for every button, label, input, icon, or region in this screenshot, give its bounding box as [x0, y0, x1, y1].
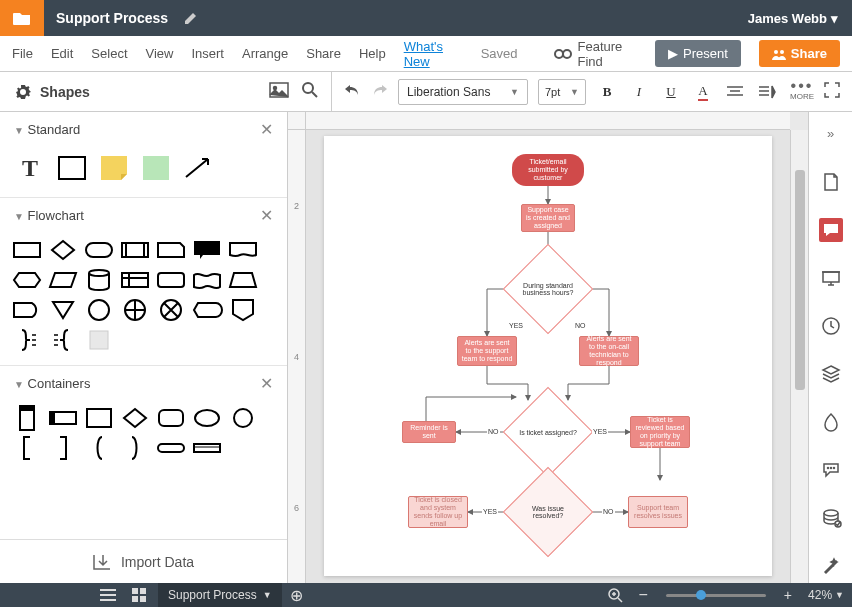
ct-paren-l[interactable] — [84, 437, 114, 459]
font-size-select[interactable]: 7pt ▼ — [538, 79, 586, 105]
fc-hex[interactable] — [12, 269, 42, 291]
ct-bracket-l[interactable] — [12, 437, 42, 459]
zoom-in-icon[interactable]: + — [776, 583, 800, 607]
menu-file[interactable]: File — [12, 46, 33, 61]
indent-button[interactable] — [756, 81, 778, 103]
fc-sumjunc[interactable] — [120, 299, 150, 321]
underline-button[interactable]: U — [660, 81, 682, 103]
italic-button[interactable]: I — [628, 81, 650, 103]
fc-rect[interactable] — [12, 239, 42, 261]
fc-or[interactable] — [156, 299, 186, 321]
menu-whats-new[interactable]: What's New — [404, 39, 463, 69]
page[interactable]: Ticket/email submitted by customer Suppo… — [324, 136, 772, 576]
search-icon[interactable] — [301, 81, 319, 102]
arrow-shape[interactable] — [180, 153, 216, 183]
note-yellow-shape[interactable] — [96, 153, 132, 183]
flow-terminator-start[interactable]: Ticket/email submitted by customer — [512, 154, 584, 186]
data-icon[interactable] — [819, 506, 843, 530]
share-button[interactable]: Share — [759, 40, 840, 67]
redo-button[interactable] — [370, 83, 388, 100]
fullscreen-icon[interactable] — [824, 82, 852, 101]
undo-button[interactable] — [344, 83, 362, 100]
ct-round[interactable] — [156, 407, 186, 429]
canvas[interactable]: 2 4 6 — [288, 112, 808, 583]
menu-view[interactable]: View — [146, 46, 174, 61]
ct-rect[interactable] — [84, 407, 114, 429]
ct-pill-thin[interactable] — [156, 437, 186, 459]
note-green-shape[interactable] — [138, 153, 174, 183]
fc-internal[interactable] — [120, 269, 150, 291]
ct-horz[interactable] — [48, 407, 78, 429]
flow-process-reminder[interactable]: Reminder is sent — [402, 421, 456, 443]
magic-icon[interactable] — [819, 554, 843, 578]
rect-shape[interactable] — [54, 153, 90, 183]
zoom-out-icon[interactable]: − — [631, 583, 656, 607]
align-button[interactable] — [724, 81, 746, 103]
flow-process-alerts-team[interactable]: Alerts are sent to the support team to r… — [457, 336, 517, 366]
fc-square[interactable] — [84, 329, 114, 351]
document-title[interactable]: Support Process — [44, 10, 180, 26]
ct-bracket-r[interactable] — [48, 437, 78, 459]
layers-icon[interactable] — [819, 362, 843, 386]
more-button[interactable]: ••• MORE — [790, 82, 824, 101]
ct-diamond[interactable] — [120, 407, 150, 429]
shapes-panel-toggle[interactable]: Shapes — [0, 83, 269, 101]
menu-select[interactable]: Select — [91, 46, 127, 61]
fc-diamond[interactable] — [48, 239, 78, 261]
fc-terminator[interactable] — [84, 239, 114, 261]
menu-edit[interactable]: Edit — [51, 46, 73, 61]
flow-decision-assigned[interactable]: Is ticket assigned? — [516, 400, 580, 464]
present-button[interactable]: ▶ Present — [655, 40, 741, 67]
ct-circle[interactable] — [228, 407, 258, 429]
close-icon[interactable]: ✕ — [260, 120, 273, 139]
grid-view-icon[interactable] — [124, 583, 154, 607]
fc-callout[interactable] — [192, 239, 222, 261]
flow-process-resolve[interactable]: Support team resolves issues — [628, 496, 688, 528]
fc-tape[interactable] — [192, 269, 222, 291]
fc-doc[interactable] — [228, 239, 258, 261]
font-select[interactable]: Liberation Sans ▼ — [398, 79, 528, 105]
presentation-icon[interactable] — [819, 266, 843, 290]
import-data-button[interactable]: Import Data — [0, 539, 287, 583]
fc-tri[interactable] — [48, 299, 78, 321]
text-shape[interactable]: T — [12, 153, 48, 183]
paint-icon[interactable] — [819, 410, 843, 434]
fc-circle[interactable] — [84, 299, 114, 321]
section-containers[interactable]: ▼ Containers ✕ — [0, 365, 287, 401]
collapse-rail-icon[interactable]: » — [827, 120, 834, 146]
flow-process-close[interactable]: Ticket is closed and system sends follow… — [408, 496, 468, 528]
flow-process-review[interactable]: Ticket is reviewed based on priority by … — [630, 416, 690, 448]
fc-stored[interactable] — [156, 269, 186, 291]
history-icon[interactable] — [819, 314, 843, 338]
user-menu[interactable]: James Webb ▾ — [734, 0, 852, 36]
add-page-icon[interactable]: ⊕ — [282, 583, 311, 607]
ct-paren-r[interactable] — [120, 437, 150, 459]
ct-vert[interactable] — [12, 407, 42, 429]
text-color-button[interactable]: A — [692, 81, 714, 103]
fc-cylinder[interactable] — [84, 269, 114, 291]
bold-button[interactable]: B — [596, 81, 618, 103]
section-flowchart[interactable]: ▼ Flowchart ✕ — [0, 197, 287, 233]
menu-insert[interactable]: Insert — [191, 46, 224, 61]
fc-parallelogram[interactable] — [48, 269, 78, 291]
image-icon[interactable] — [269, 82, 289, 101]
fc-brace-l[interactable] — [48, 329, 78, 351]
flow-process-alerts-oncall[interactable]: Alerts are sent to the on-call technicia… — [579, 336, 639, 366]
fc-brace-r[interactable] — [12, 329, 42, 351]
page-icon[interactable] — [819, 170, 843, 194]
flow-decision-resolved[interactable]: Was issue resolved? — [516, 480, 580, 544]
fc-display[interactable] — [192, 299, 222, 321]
section-standard[interactable]: ▼ Standard ✕ — [0, 112, 287, 147]
rename-icon[interactable] — [184, 11, 198, 25]
fc-predef[interactable] — [120, 239, 150, 261]
fc-offpage[interactable] — [228, 299, 258, 321]
folder-button[interactable] — [0, 0, 44, 36]
zoom-fit-icon[interactable] — [599, 583, 631, 607]
fc-delay[interactable] — [12, 299, 42, 321]
menu-arrange[interactable]: Arrange — [242, 46, 288, 61]
close-icon[interactable]: ✕ — [260, 206, 273, 225]
canvas-viewport[interactable]: Ticket/email submitted by customer Suppo… — [306, 130, 790, 583]
menu-share[interactable]: Share — [306, 46, 341, 61]
zoom-level[interactable]: 42% ▼ — [800, 583, 852, 607]
feature-find[interactable]: Feature Find — [554, 39, 638, 69]
